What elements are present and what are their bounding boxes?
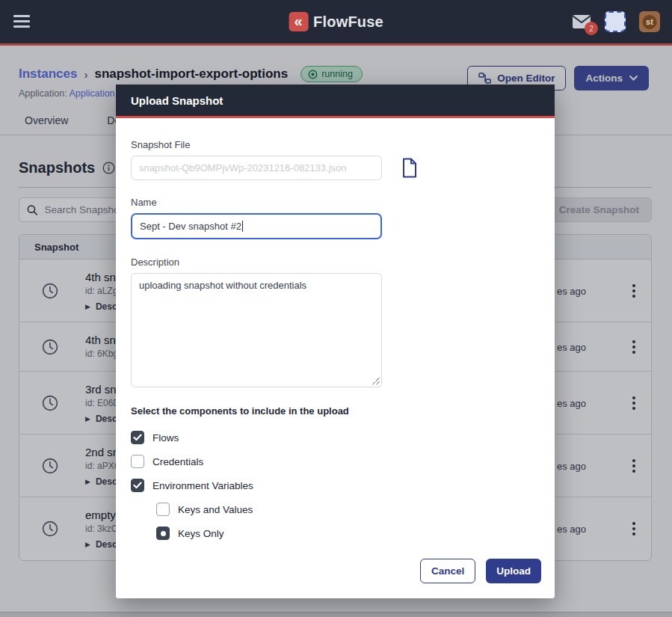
notifications-button[interactable]: 2	[572, 14, 591, 29]
component-option-label: Credentials	[152, 456, 203, 467]
team-avatar[interactable]	[605, 11, 626, 32]
component-option[interactable]: Keys Only	[156, 521, 540, 545]
name-input[interactable]: Sept - Dev snapshot #2	[131, 213, 382, 239]
modal-title: Upload Snapshot	[131, 94, 223, 107]
upload-snapshot-modal: Upload Snapshot Snapshot File Name Sept …	[116, 85, 555, 598]
flowfuse-logo-icon: «	[289, 12, 308, 31]
cancel-button[interactable]: Cancel	[420, 559, 475, 583]
component-option-label: Keys Only	[178, 528, 224, 539]
component-option-label: Keys and Values	[178, 504, 253, 515]
top-navbar: « FlowFuse 2 st	[0, 0, 672, 46]
radio-icon[interactable]	[156, 503, 170, 516]
text-caret	[242, 221, 243, 232]
component-option[interactable]: Flows	[131, 426, 540, 449]
brand-logo: « FlowFuse	[289, 12, 383, 31]
snapshot-file-input[interactable]	[131, 156, 382, 180]
components-label: Select the components to include in the …	[131, 405, 540, 417]
description-textarea[interactable]: uploading snapshot without credentials	[131, 273, 382, 387]
description-label: Description	[131, 257, 540, 268]
component-option[interactable]: Environment Variables	[131, 473, 540, 497]
file-icon[interactable]	[401, 158, 418, 178]
brand-name: FlowFuse	[313, 13, 383, 31]
name-input-value: Sept - Dev snapshot #2	[140, 221, 241, 232]
user-avatar[interactable]: st	[639, 11, 660, 32]
component-option[interactable]: Keys and Values	[156, 497, 540, 521]
checkbox-icon[interactable]	[131, 431, 144, 444]
notifications-badge: 2	[585, 22, 598, 35]
hamburger-menu-icon[interactable]	[13, 15, 30, 31]
upload-button[interactable]: Upload	[486, 559, 541, 583]
component-option-label: Flows	[152, 432, 179, 443]
name-label: Name	[131, 197, 540, 208]
component-option[interactable]: Credentials	[131, 449, 540, 473]
modal-header: Upload Snapshot	[116, 85, 555, 118]
component-option-label: Environment Variables	[152, 480, 253, 491]
checkbox-icon[interactable]	[131, 455, 144, 468]
radio-icon[interactable]	[156, 527, 170, 540]
checkbox-icon[interactable]	[131, 479, 144, 492]
snapshot-file-label: Snapshot File	[131, 139, 540, 150]
component-options: Flows Credentials Environment Variables …	[131, 426, 540, 545]
